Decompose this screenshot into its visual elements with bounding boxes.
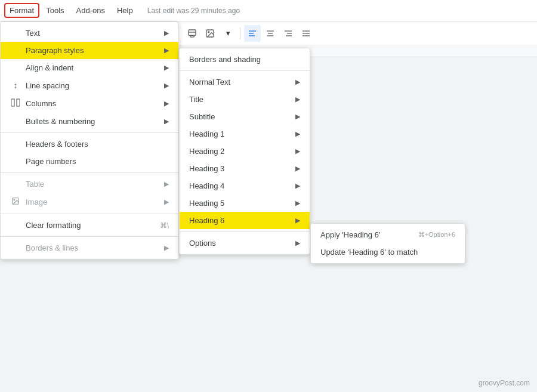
heading3-label: Heading 3 bbox=[189, 164, 224, 173]
menu-item-clearformat-label: Clear formatting bbox=[26, 221, 81, 230]
columns-icon bbox=[10, 98, 21, 109]
svg-point-6 bbox=[208, 31, 209, 32]
image-arrow: ▶ bbox=[164, 198, 169, 206]
subtitle-label: Subtitle bbox=[189, 112, 215, 121]
update-heading6-label: Update 'Heading 6' to match bbox=[320, 248, 418, 257]
submenu-normal-text[interactable]: Normal Text ▶ bbox=[180, 73, 310, 91]
submenu-heading-3[interactable]: Heading 3 ▶ bbox=[180, 160, 310, 177]
menu-item-linespacing-left: ↕ Line spacing bbox=[10, 81, 69, 90]
menu-item-borders-lines: Borders & lines ▶ bbox=[1, 239, 178, 257]
menu-item-align-left: Align & indent bbox=[10, 63, 73, 72]
align-center-button[interactable] bbox=[262, 25, 279, 42]
options-arrow: ▶ bbox=[295, 239, 300, 247]
divider-2 bbox=[1, 172, 178, 173]
update-heading6[interactable]: Update 'Heading 6' to match bbox=[311, 243, 465, 261]
menubar-tools[interactable]: Tools bbox=[41, 4, 69, 17]
normal-text-label: Normal Text bbox=[189, 78, 230, 87]
menu-item-columns-label: Columns bbox=[26, 99, 56, 108]
menu-item-image-label: Image bbox=[26, 197, 47, 206]
menu-item-columns-left: Columns bbox=[10, 98, 56, 109]
format-dropdown: Text ▶ Paragraph styles ▶ Align & indent… bbox=[0, 21, 179, 260]
title-label: Title bbox=[189, 95, 203, 104]
options-label: Options bbox=[189, 239, 216, 248]
linespacing-arrow: ▶ bbox=[164, 82, 169, 89]
divider-1 bbox=[1, 132, 178, 133]
heading5-label: Heading 5 bbox=[189, 199, 224, 208]
align-right-button[interactable] bbox=[280, 25, 297, 42]
heading4-arrow: ▶ bbox=[295, 182, 300, 190]
clearformat-shortcut: ⌘\ bbox=[160, 221, 169, 230]
menu-item-borders-left: Borders & lines bbox=[10, 243, 78, 252]
submenu-heading-1[interactable]: Heading 1 ▶ bbox=[180, 125, 310, 143]
paragraph-arrow: ▶ bbox=[164, 47, 169, 54]
heading1-label: Heading 1 bbox=[189, 129, 224, 138]
menu-item-pagenumbers-left: Page numbers bbox=[10, 157, 76, 166]
toolbar-separator-3 bbox=[240, 27, 240, 39]
borders-arrow: ▶ bbox=[164, 244, 169, 252]
heading6-arrow: ▶ bbox=[295, 217, 300, 224]
menu-item-page-numbers[interactable]: Page numbers bbox=[1, 153, 178, 170]
submenu-borders-shading[interactable]: Borders and shading bbox=[180, 51, 310, 68]
watermark: groovyPost.com bbox=[479, 379, 530, 387]
align-arrow: ▶ bbox=[164, 64, 169, 72]
apply-heading6[interactable]: Apply 'Heading 6' ⌘+Option+6 bbox=[311, 226, 465, 243]
menu-item-text[interactable]: Text ▶ bbox=[1, 24, 178, 42]
menu-item-clear-formatting[interactable]: Clear formatting ⌘\ bbox=[1, 217, 178, 234]
menu-item-text-label: Text bbox=[26, 29, 40, 38]
menu-item-image-left: Image bbox=[10, 197, 47, 207]
heading5-arrow: ▶ bbox=[295, 199, 300, 207]
menu-item-clearformat-left: Clear formatting bbox=[10, 221, 81, 230]
submenu-heading-6[interactable]: Heading 6 ▶ bbox=[180, 212, 310, 229]
submenu-title[interactable]: Title ▶ bbox=[180, 91, 310, 108]
menu-item-linespacing-label: Line spacing bbox=[26, 81, 69, 90]
menubar-help[interactable]: Help bbox=[112, 4, 138, 17]
svg-rect-20 bbox=[17, 99, 20, 106]
subtitle-arrow: ▶ bbox=[295, 113, 300, 121]
submenu-heading-2[interactable]: Heading 2 ▶ bbox=[180, 143, 310, 160]
image-menu-icon bbox=[10, 197, 21, 207]
menubar-addons[interactable]: Add-ons bbox=[72, 4, 110, 17]
menu-item-pagenumbers-label: Page numbers bbox=[26, 157, 76, 166]
menu-item-table-left: Table bbox=[10, 180, 44, 189]
menu-item-headers[interactable]: Headers & footers bbox=[1, 135, 178, 153]
bullets-arrow: ▶ bbox=[164, 118, 169, 125]
submenu-heading-5[interactable]: Heading 5 ▶ bbox=[180, 195, 310, 212]
image-button[interactable] bbox=[202, 25, 218, 42]
menu-item-line-spacing[interactable]: ↕ Line spacing ▶ bbox=[1, 76, 178, 94]
menu-item-paragraph-label: Paragraph styles bbox=[26, 46, 84, 55]
image-dropdown-button[interactable]: ▾ bbox=[220, 25, 236, 42]
menu-item-table: Table ▶ bbox=[1, 175, 178, 193]
ps-divider-2 bbox=[180, 232, 310, 232]
menubar-format[interactable]: Format bbox=[5, 4, 39, 17]
svg-rect-19 bbox=[11, 99, 14, 106]
menu-item-align-indent[interactable]: Align & indent ▶ bbox=[1, 59, 178, 76]
apply-heading6-label: Apply 'Heading 6' bbox=[320, 230, 380, 239]
align-left-button[interactable] bbox=[244, 25, 261, 42]
last-edit-text: Last edit was 29 minutes ago bbox=[147, 7, 240, 15]
menu-item-columns[interactable]: Columns ▶ bbox=[1, 94, 178, 113]
divider-3 bbox=[1, 214, 178, 214]
heading4-label: Heading 4 bbox=[189, 181, 224, 190]
align-justify-button[interactable] bbox=[298, 25, 314, 42]
apply-heading6-shortcut: ⌘+Option+6 bbox=[418, 231, 455, 239]
heading6-label: Heading 6 bbox=[189, 216, 224, 225]
svg-point-22 bbox=[14, 199, 15, 200]
borders-shading-label: Borders and shading bbox=[189, 55, 261, 64]
title-arrow: ▶ bbox=[295, 95, 300, 103]
menu-item-bullets-label: Bullets & numbering bbox=[26, 117, 95, 126]
submenu-subtitle[interactable]: Subtitle ▶ bbox=[180, 108, 310, 125]
submenu-options[interactable]: Options ▶ bbox=[180, 234, 310, 252]
menu-item-image: Image ▶ bbox=[1, 193, 178, 211]
comment-button[interactable] bbox=[184, 25, 200, 42]
paragraph-styles-dropdown: Borders and shading Normal Text ▶ Title … bbox=[179, 48, 310, 255]
submenu-heading-4[interactable]: Heading 4 ▶ bbox=[180, 177, 310, 195]
menu-item-headers-left: Headers & footers bbox=[10, 140, 88, 149]
menu-item-bullets[interactable]: Bullets & numbering ▶ bbox=[1, 113, 178, 130]
menu-item-paragraph-styles[interactable]: Paragraph styles ▶ bbox=[1, 42, 178, 59]
heading1-arrow: ▶ bbox=[295, 130, 300, 138]
heading2-arrow: ▶ bbox=[295, 147, 300, 155]
linespacing-icon: ↕ bbox=[10, 81, 21, 90]
text-arrow: ▶ bbox=[164, 29, 169, 37]
menu-item-paragraph-left: Paragraph styles bbox=[10, 46, 84, 55]
menu-item-borders-label: Borders & lines bbox=[26, 243, 78, 252]
